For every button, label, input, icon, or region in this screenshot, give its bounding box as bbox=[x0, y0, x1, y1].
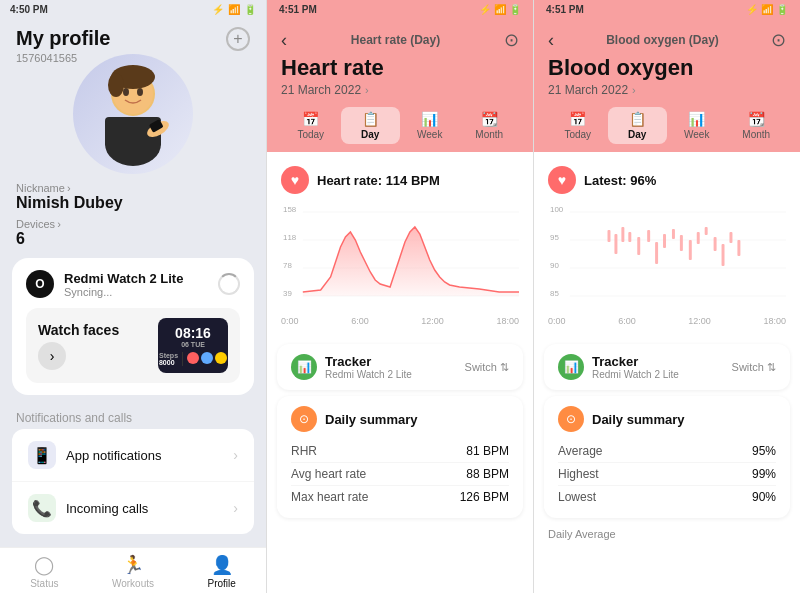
current-value-badge-3: ♥ Latest: 96% bbox=[548, 160, 786, 198]
watch-face-arrow-icon[interactable]: › bbox=[38, 342, 66, 370]
current-value-2: Heart rate: 114 BPM bbox=[317, 173, 440, 188]
nav-workouts[interactable]: 🏃 Workouts bbox=[89, 554, 178, 589]
workouts-nav-label: Workouts bbox=[112, 578, 154, 589]
status-bar-3: 4:51 PM ⚡ 📶 🔋 bbox=[534, 0, 800, 19]
time-label-0-3: 0:00 bbox=[548, 316, 566, 326]
tracker-icon-2: 📊 bbox=[291, 354, 317, 380]
heart-rate-chart: 158 118 78 39 bbox=[281, 202, 519, 312]
back-button-2[interactable]: ‹ bbox=[281, 30, 287, 51]
daily-summary-card-2: ⊙ Daily summary RHR 81 BPM Avg heart rat… bbox=[277, 396, 523, 518]
add-profile-button[interactable]: + bbox=[226, 27, 250, 51]
device-status: Syncing... bbox=[64, 286, 183, 298]
tab-week-2[interactable]: 📊 Week bbox=[400, 107, 460, 144]
switch-button-2[interactable]: Switch ⇅ bbox=[465, 361, 509, 374]
avatar bbox=[73, 54, 193, 174]
svg-rect-26 bbox=[608, 230, 611, 242]
watch-face-preview: 08:16 06 TUE Steps8000 bbox=[158, 318, 228, 373]
watch-time: 08:16 bbox=[175, 325, 211, 341]
chart-date-2: 21 March 2022 bbox=[281, 83, 361, 97]
settings-icon-3[interactable]: ⊙ bbox=[771, 29, 786, 51]
chart-header-2: ‹ Heart rate (Day) ⊙ Heart rate 21 March… bbox=[267, 19, 533, 107]
status-bar-1: 4:50 PM ⚡ 📶 🔋 bbox=[0, 0, 266, 19]
tab-day-2[interactable]: 📋 Day bbox=[341, 107, 401, 144]
status-icons-3: ⚡ 📶 🔋 bbox=[746, 4, 788, 15]
device-name: Redmi Watch 2 Lite bbox=[64, 271, 183, 286]
day-icon-3: 📋 bbox=[629, 111, 646, 127]
profile-nav-label: Profile bbox=[208, 578, 236, 589]
svg-rect-34 bbox=[672, 229, 675, 239]
svg-text:78: 78 bbox=[283, 261, 292, 270]
svg-text:158: 158 bbox=[283, 205, 297, 214]
svg-rect-36 bbox=[689, 240, 692, 260]
tab-bar-3: 📅 Today 📋 Day 📊 Week 📆 Month bbox=[534, 107, 800, 152]
week-icon-3: 📊 bbox=[688, 111, 705, 127]
tracker-card-2: 📊 Tracker Redmi Watch 2 Lite Switch ⇅ bbox=[277, 344, 523, 390]
devices-value: 6 bbox=[16, 230, 250, 248]
watch-face-card[interactable]: Watch faces › 08:16 06 TUE Steps8000 bbox=[26, 308, 240, 383]
summary-row-avg: Avg heart rate 88 BPM bbox=[291, 463, 509, 486]
lowest-label-3: Lowest bbox=[558, 490, 596, 504]
svg-text:39: 39 bbox=[283, 289, 292, 298]
switch-button-3[interactable]: Switch ⇅ bbox=[732, 361, 776, 374]
avg-label-3: Average bbox=[558, 444, 602, 458]
month-icon-3: 📆 bbox=[748, 111, 765, 127]
time-label-18: 18:00 bbox=[496, 316, 519, 326]
chevron-right-icon: › bbox=[67, 182, 71, 194]
chart-header-3: ‹ Blood oxygen (Day) ⊙ Blood oxygen 21 M… bbox=[534, 19, 800, 107]
chart-date-3: 21 March 2022 bbox=[548, 83, 628, 97]
summary-icon-2: ⊙ bbox=[291, 406, 317, 432]
time-label-18-3: 18:00 bbox=[763, 316, 786, 326]
app-notifications-label: App notifications bbox=[66, 448, 161, 463]
nav-status[interactable]: ◯ Status bbox=[0, 554, 89, 589]
date-chevron-icon-3: › bbox=[632, 84, 636, 96]
heart-rate-icon: ♥ bbox=[281, 166, 309, 194]
summary-row-max: Max heart rate 126 BPM bbox=[291, 486, 509, 508]
tab-week-3[interactable]: 📊 Week bbox=[667, 107, 727, 144]
app-notifications-icon: 📱 bbox=[28, 441, 56, 469]
summary-row-lowest-3: Lowest 90% bbox=[558, 486, 776, 508]
chevron-right-icon-3: › bbox=[233, 447, 238, 463]
tab-today-3[interactable]: 📅 Today bbox=[548, 107, 608, 144]
tab-today-2[interactable]: 📅 Today bbox=[281, 107, 341, 144]
time-label-6: 6:00 bbox=[351, 316, 369, 326]
heart-rate-panel: 4:51 PM ⚡ 📶 🔋 ‹ Heart rate (Day) ⊙ Heart… bbox=[267, 0, 533, 593]
avatar-section bbox=[0, 54, 266, 174]
svg-rect-27 bbox=[614, 234, 617, 254]
month-icon-2: 📆 bbox=[481, 111, 498, 127]
tracker-icon-3: 📊 bbox=[558, 354, 584, 380]
tab-month-2[interactable]: 📆 Month bbox=[460, 107, 520, 144]
battery-icon: 🔋 bbox=[244, 4, 256, 15]
svg-rect-30 bbox=[637, 237, 640, 255]
current-value-badge-2: ♥ Heart rate: 114 BPM bbox=[281, 160, 519, 198]
svg-rect-40 bbox=[722, 244, 725, 266]
svg-text:95: 95 bbox=[550, 233, 559, 242]
summary-row-rhr: RHR 81 BPM bbox=[291, 440, 509, 463]
watch-date: 06 TUE bbox=[181, 341, 205, 348]
svg-rect-33 bbox=[663, 234, 666, 248]
status-bar-2: 4:51 PM ⚡ 📶 🔋 bbox=[267, 0, 533, 19]
tab-bar-2: 📅 Today 📋 Day 📊 Week 📆 Month bbox=[267, 107, 533, 152]
tab-month-3[interactable]: 📆 Month bbox=[727, 107, 787, 144]
switch-chevron-icon-2: ⇅ bbox=[500, 361, 509, 374]
back-button-3[interactable]: ‹ bbox=[548, 30, 554, 51]
incoming-calls-item[interactable]: 📞 Incoming calls › bbox=[12, 482, 254, 534]
rhr-label: RHR bbox=[291, 444, 317, 458]
blood-oxygen-icon: ♥ bbox=[548, 166, 576, 194]
page-title: My profile bbox=[16, 27, 110, 50]
tab-day-3[interactable]: 📋 Day bbox=[608, 107, 668, 144]
notification-cards: 📱 App notifications › 📞 Incoming calls › bbox=[12, 429, 254, 534]
summary-title-2: Daily summary bbox=[325, 412, 418, 427]
nav-profile[interactable]: 👤 Profile bbox=[177, 554, 266, 589]
sync-spinner-icon bbox=[218, 273, 240, 295]
watch-faces-label: Watch faces bbox=[38, 322, 119, 338]
profile-panel: 4:50 PM ⚡ 📶 🔋 My profile 1576041565 + bbox=[0, 0, 266, 593]
summary-row-highest-3: Highest 99% bbox=[558, 463, 776, 486]
time-1: 4:50 PM bbox=[10, 4, 48, 15]
lowest-value-3: 90% bbox=[752, 490, 776, 504]
tracker-card-3: 📊 Tracker Redmi Watch 2 Lite Switch ⇅ bbox=[544, 344, 790, 390]
svg-text:100: 100 bbox=[550, 205, 564, 214]
avg-value-3: 95% bbox=[752, 444, 776, 458]
chart-date-row-2: 21 March 2022 › bbox=[281, 83, 519, 97]
settings-icon-2[interactable]: ⊙ bbox=[504, 29, 519, 51]
app-notifications-item[interactable]: 📱 App notifications › bbox=[12, 429, 254, 482]
